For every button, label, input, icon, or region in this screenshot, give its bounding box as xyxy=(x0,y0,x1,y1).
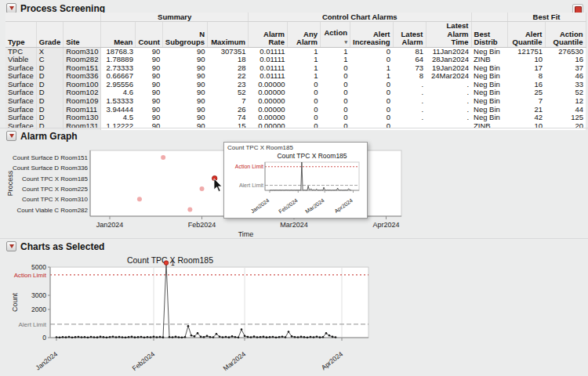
data-point[interactable] xyxy=(137,336,140,338)
data-point[interactable] xyxy=(285,336,287,338)
data-point[interactable] xyxy=(78,336,80,338)
data-point[interactable] xyxy=(222,336,224,338)
data-point[interactable] xyxy=(316,335,318,338)
data-point[interactable] xyxy=(90,336,93,338)
data-point[interactable] xyxy=(234,336,237,338)
table-row-room151[interactable]: SurfaceDRoom1512.733339090280.0111110173… xyxy=(5,64,586,73)
data-point[interactable] xyxy=(156,336,158,338)
table-row-room111[interactable]: SurfaceDRoom1113.944449090260.00000000..… xyxy=(5,106,586,114)
data-point[interactable] xyxy=(244,335,246,338)
data-point[interactable] xyxy=(228,336,230,338)
data-point[interactable] xyxy=(191,334,193,337)
data-point[interactable] xyxy=(197,332,199,334)
data-point[interactable] xyxy=(307,336,309,338)
data-point[interactable] xyxy=(109,336,111,338)
column-header-any-alarm[interactable]: Any Alarm xyxy=(288,22,321,48)
data-point[interactable] xyxy=(278,336,281,338)
column-header-alert-quantile[interactable]: Alert Quantile xyxy=(507,22,545,48)
data-point[interactable] xyxy=(96,336,99,338)
data-point[interactable] xyxy=(187,325,190,327)
alarm-point[interactable] xyxy=(161,155,165,160)
data-point[interactable] xyxy=(65,336,67,338)
data-point[interactable] xyxy=(325,332,328,334)
column-header-latest-alarm[interactable]: Latest Alarm xyxy=(393,22,426,48)
data-point[interactable] xyxy=(143,336,146,338)
data-point[interactable] xyxy=(147,336,149,338)
data-point[interactable] xyxy=(162,336,165,338)
data-point[interactable] xyxy=(288,331,290,333)
data-point[interactable] xyxy=(71,336,74,338)
column-header-latest-alarm-time[interactable]: Latest Alarm Time xyxy=(426,22,471,48)
column-header-alert-increasing[interactable]: Alert Increasing xyxy=(350,22,394,48)
table-row-room336[interactable]: SurfaceDRoom3360.666679090220.0111110182… xyxy=(5,72,586,81)
disclosure-icon[interactable] xyxy=(6,241,16,251)
table-row-room310[interactable]: TPCXRoom31018768.390903073510.0111111081… xyxy=(5,47,586,56)
column-header-best-distrib[interactable]: Best Distrib xyxy=(471,22,507,48)
data-point[interactable] xyxy=(125,337,127,339)
data-point[interactable] xyxy=(266,336,268,338)
data-point[interactable] xyxy=(184,336,187,338)
column-header-action-quantile[interactable]: Action Quantile xyxy=(545,22,586,48)
data-point[interactable] xyxy=(231,335,234,338)
data-point[interactable] xyxy=(140,336,143,338)
data-point[interactable] xyxy=(219,335,221,338)
data-point[interactable] xyxy=(263,336,265,338)
data-point[interactable] xyxy=(169,336,171,338)
data-point[interactable] xyxy=(134,336,136,338)
data-point[interactable] xyxy=(93,336,96,338)
column-header-alarm-rate[interactable]: Alarm Rate xyxy=(249,22,288,48)
data-point[interactable] xyxy=(128,336,130,338)
data-point[interactable] xyxy=(300,336,303,338)
alarm-category-label[interactable]: Count Surface D Room336 xyxy=(13,164,89,172)
alarm-point-selected[interactable] xyxy=(212,175,217,180)
alarm-category-label[interactable]: Count Surface D Room151 xyxy=(13,154,89,161)
disclosure-icon[interactable] xyxy=(6,131,16,141)
data-point[interactable] xyxy=(297,336,299,338)
data-point[interactable] xyxy=(225,336,227,338)
data-point[interactable] xyxy=(122,336,124,338)
column-header-mean[interactable]: Mean xyxy=(101,22,136,48)
data-point[interactable] xyxy=(150,336,152,338)
table-row-room130[interactable]: SurfaceDRoom1304.59090740.00000000..Neg … xyxy=(5,114,586,122)
column-header-action[interactable]: Action ▾ xyxy=(321,22,350,48)
alarm-category-label[interactable]: Count Viable C Room282 xyxy=(16,207,88,214)
alarm-category-label[interactable]: Count TPC X Room310 xyxy=(22,196,88,203)
column-header-n-subgroups[interactable]: N Subgroups xyxy=(162,22,207,48)
data-point[interactable] xyxy=(106,336,108,338)
alarm-point[interactable] xyxy=(137,197,142,201)
data-point[interactable] xyxy=(118,336,121,338)
alarm-point[interactable] xyxy=(187,208,192,212)
data-point[interactable] xyxy=(250,336,252,338)
table-row-room100[interactable]: SurfaceDRoom1002.955569090230.00000000..… xyxy=(5,81,586,89)
column-header-count[interactable]: Count xyxy=(136,22,162,48)
data-point[interactable] xyxy=(203,336,205,338)
alarm-category-label[interactable]: Count TPC X Room225 xyxy=(22,186,88,193)
data-point[interactable] xyxy=(275,336,278,338)
table-row-room102[interactable]: SurfaceDRoom1024.69090520.00000000..Neg … xyxy=(5,89,586,97)
alarm-point[interactable] xyxy=(200,186,205,191)
data-point[interactable] xyxy=(181,336,183,338)
alarm-category-label[interactable]: Count TPC X Room185 xyxy=(22,175,88,183)
column-header-site[interactable]: Site xyxy=(64,22,101,48)
data-point[interactable] xyxy=(194,335,196,338)
data-point[interactable] xyxy=(100,336,102,338)
column-header-maximum[interactable]: Maximum xyxy=(208,22,249,48)
data-point[interactable] xyxy=(310,336,312,338)
data-point[interactable] xyxy=(175,336,177,338)
data-point[interactable] xyxy=(332,336,334,338)
data-point[interactable] xyxy=(159,336,162,338)
data-point[interactable] xyxy=(247,336,249,338)
column-header-type[interactable]: Type xyxy=(5,22,36,48)
data-point[interactable] xyxy=(103,336,105,338)
data-point[interactable] xyxy=(87,337,89,339)
selected-control-chart[interactable]: Count TPC X Room1855000300020000Action L… xyxy=(6,254,383,376)
data-point[interactable] xyxy=(238,336,240,338)
data-point[interactable] xyxy=(328,334,331,337)
data-point[interactable] xyxy=(319,336,321,338)
data-point[interactable] xyxy=(269,336,271,338)
table-row-room109[interactable]: SurfaceDRoom1091.53333909070.00000000..N… xyxy=(5,97,586,106)
data-point[interactable] xyxy=(216,333,218,335)
data-point[interactable] xyxy=(313,336,315,338)
data-point[interactable] xyxy=(59,336,61,338)
data-point[interactable] xyxy=(153,336,155,338)
